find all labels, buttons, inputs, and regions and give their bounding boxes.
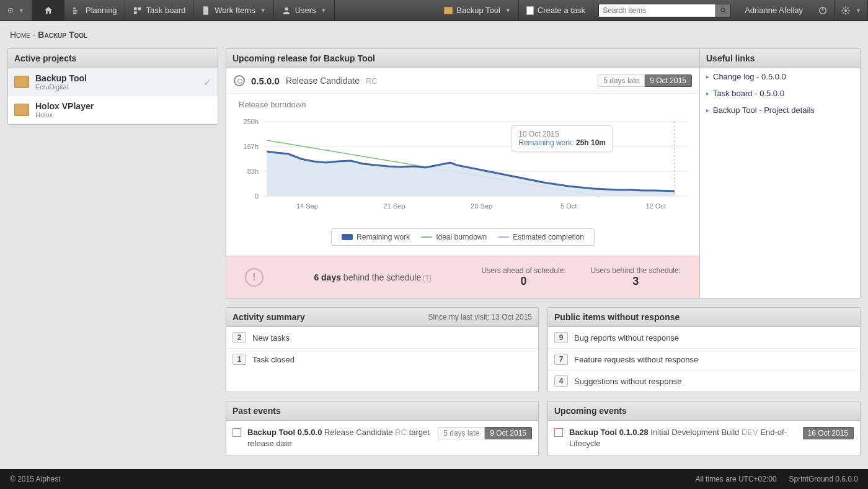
list-item[interactable]: 1Task closed <box>226 349 538 370</box>
nav-workitems[interactable]: Work Items ▼ <box>193 0 273 20</box>
list-item[interactable]: 2New tasks <box>226 327 538 349</box>
breadcrumb-home[interactable]: Home <box>10 30 30 40</box>
svg-text:250h: 250h <box>244 118 259 125</box>
project-item[interactable]: Holox VPlayer Holox <box>8 96 218 124</box>
panel-header: Past events <box>226 402 538 421</box>
upcoming-events-panel: Upcoming events Backup Tool 0.1.0.28 Ini… <box>547 401 861 456</box>
nav-taskboard[interactable]: Task board <box>125 0 194 20</box>
breadcrumb-current: Backup Tool <box>38 30 87 40</box>
svg-rect-2 <box>73 7 76 9</box>
project-org: EcruDigital <box>35 83 87 91</box>
panel-header: Active projects <box>8 49 218 68</box>
svg-rect-6 <box>138 7 141 10</box>
active-projects-panel: Active projects Backup Tool EcruDigital … <box>7 48 218 125</box>
svg-rect-3 <box>73 10 78 11</box>
list-item[interactable]: 4Suggestions without response <box>548 370 860 392</box>
info-icon[interactable]: i <box>423 275 431 282</box>
svg-text:83h: 83h <box>247 168 259 175</box>
nav-current-project[interactable]: Backup Tool ▼ <box>436 0 519 20</box>
release-tag: RC <box>366 76 378 86</box>
chevron-right-icon: ▸ <box>706 107 709 114</box>
release-version[interactable]: 0.5.0.0 <box>251 76 280 86</box>
ahead-stat: Users ahead of schedule: 0 <box>481 266 565 288</box>
svg-text:0: 0 <box>255 192 259 200</box>
search-input[interactable] <box>598 4 716 17</box>
late-badge: 5 days late <box>598 74 645 87</box>
chart-legend: Remaining work Ideal burndown Estimated … <box>331 228 595 246</box>
schedule-alert: ! 6 days behind the schedule i Users ahe… <box>226 256 699 298</box>
nav-users[interactable]: Users ▼ <box>274 0 335 20</box>
date-badge: 9 Oct 2015 <box>645 74 692 87</box>
project-item[interactable]: Backup Tool EcruDigital ✓ <box>8 68 218 96</box>
search-icon <box>720 7 727 14</box>
svg-rect-5 <box>134 7 137 10</box>
breadcrumb: Home - Backup Tool <box>0 21 868 48</box>
svg-text:12 Oct: 12 Oct <box>646 202 666 210</box>
svg-point-13 <box>844 9 847 12</box>
svg-rect-4 <box>73 12 76 14</box>
svg-point-1 <box>10 9 12 11</box>
list-item[interactable]: 7Feature requests without response <box>548 349 860 370</box>
gear-icon <box>841 6 851 16</box>
past-events-panel: Past events Backup Tool 0.5.0.0 Release … <box>226 401 539 456</box>
nav-power[interactable] <box>812 0 835 20</box>
event-item[interactable]: Backup Tool 0.1.0.28 Initial Development… <box>548 421 860 455</box>
chevron-down-icon: ▼ <box>856 7 861 14</box>
footer-timezone: All times are UTC+02:00 <box>696 475 777 483</box>
list-item[interactable]: 9Bug reports without response <box>548 327 860 349</box>
project-name: Holox VPlayer <box>35 101 94 111</box>
calendar-icon <box>554 428 563 437</box>
create-task-label: Create a task <box>538 6 585 15</box>
nav-create-task[interactable]: Create a task <box>519 0 593 20</box>
app-logo[interactable]: ▼ <box>0 0 32 20</box>
app-logo-icon <box>7 6 14 16</box>
chart-tooltip: 10 Oct 2015 Remaining work: 25h 10m <box>512 125 613 151</box>
chevron-down-icon: ▼ <box>260 7 266 14</box>
panel-header: Public items without response <box>548 308 860 327</box>
task-new-icon <box>526 6 534 15</box>
package-icon <box>14 76 29 88</box>
legend-item: Remaining work <box>342 233 410 241</box>
chevron-down-icon: ▼ <box>19 7 24 14</box>
burndown-chart: Release burndown 250h 167h 83h <box>226 94 699 256</box>
activity-summary-panel: Activity summary Since my last visit: 13… <box>226 307 539 392</box>
footer: © 2015 Alphest All times are UTC+02:00 S… <box>0 469 868 489</box>
event-item[interactable]: Backup Tool 0.5.0.0 Release Candidate RC… <box>226 421 538 455</box>
project-org: Holox <box>35 111 94 119</box>
nav-home[interactable] <box>32 0 64 20</box>
package-icon <box>444 7 453 14</box>
footer-app-version: SprintGround 0.6.0.0 <box>789 475 858 483</box>
link-item[interactable]: ▸Task board - 0.5.0.0 <box>700 85 860 102</box>
nav-settings[interactable]: ▼ <box>835 0 868 20</box>
search-button[interactable] <box>716 4 731 17</box>
chart-title: Release burndown <box>239 100 687 109</box>
svg-text:28 Sep: 28 Sep <box>471 202 492 210</box>
release-label: Release Candidate <box>286 76 360 86</box>
svg-point-8 <box>285 7 288 10</box>
svg-point-9 <box>721 8 725 12</box>
nav-label: Planning <box>86 6 117 15</box>
svg-text:5 Oct: 5 Oct <box>560 202 577 210</box>
legend-item: Ideal burndown <box>421 233 487 241</box>
link-item[interactable]: ▸Change log - 0.5.0.0 <box>700 68 860 85</box>
top-nav: ▼ Planning Task board Work Items ▼ Users… <box>0 0 868 21</box>
panel-header: Activity summary Since my last visit: 13… <box>226 308 538 327</box>
nav-label: Users <box>295 6 316 15</box>
chevron-down-icon: ▼ <box>321 7 327 14</box>
nav-planning[interactable]: Planning <box>64 0 125 20</box>
svg-text:21 Sep: 21 Sep <box>384 202 405 210</box>
chevron-down-icon: ▼ <box>505 7 511 14</box>
nav-label: Work Items <box>215 6 255 15</box>
svg-line-10 <box>724 11 726 13</box>
svg-text:14 Sep: 14 Sep <box>296 202 318 210</box>
home-icon <box>43 6 53 16</box>
warning-icon: ! <box>245 268 264 287</box>
link-item[interactable]: ▸Backup Tool - Project details <box>700 102 860 119</box>
project-name: Backup Tool <box>35 73 87 83</box>
search-wrap <box>593 0 736 20</box>
behind-stat: Users behind the schedule: 3 <box>591 266 681 288</box>
nav-label: Task board <box>146 6 186 15</box>
event-date-badge: 5 days late 9 Oct 2015 <box>438 427 532 439</box>
footer-copyright: © 2015 Alphest <box>10 475 61 483</box>
current-user[interactable]: Adrianne Afellay <box>736 0 812 20</box>
